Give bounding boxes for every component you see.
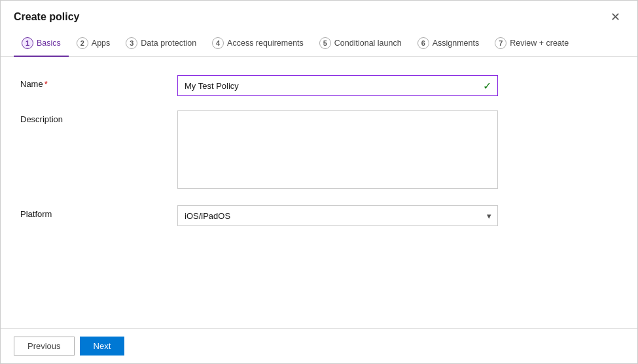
tab-label-conditional-launch: Conditional launch — [334, 39, 402, 48]
tabs-bar: 1 Basics 2 Apps 3 Data protection 4 Acce… — [1, 31, 637, 57]
tab-label-data-protection: Data protection — [141, 39, 196, 48]
tab-num-3: 3 — [126, 37, 137, 49]
tab-review-create[interactable]: 7 Review + create — [487, 31, 576, 57]
tab-basics[interactable]: 1 Basics — [14, 31, 69, 57]
name-required-star: * — [44, 79, 48, 89]
next-button[interactable]: Next — [80, 337, 125, 356]
name-row: Name* ✓ — [20, 75, 618, 96]
platform-label: Platform — [20, 205, 177, 219]
description-label: Description — [20, 110, 177, 124]
tab-num-7: 7 — [495, 37, 506, 49]
platform-select[interactable]: iOS/iPadOS Android Windows — [177, 205, 498, 226]
tab-label-basics: Basics — [37, 39, 61, 48]
platform-row: Platform iOS/iPadOS Android Windows ▾ — [20, 205, 618, 226]
dialog-body: Name* ✓ Description Platform — [1, 57, 637, 328]
description-row: Description — [20, 110, 618, 191]
platform-select-container: iOS/iPadOS Android Windows ▾ — [177, 205, 498, 226]
name-label: Name* — [20, 75, 177, 89]
dialog-footer: Previous Next — [1, 328, 637, 363]
tab-conditional-launch[interactable]: 5 Conditional launch — [311, 31, 410, 57]
tab-label-review-create: Review + create — [510, 39, 569, 48]
close-button[interactable]: ✕ — [607, 10, 624, 24]
name-input-container: ✓ — [177, 75, 498, 96]
tab-num-2: 2 — [77, 37, 88, 49]
dialog-header: Create policy ✕ — [1, 1, 637, 31]
tab-num-6: 6 — [417, 37, 429, 49]
tab-label-access-requirements: Access requirements — [227, 39, 304, 48]
tab-access-requirements[interactable]: 4 Access requirements — [204, 31, 311, 57]
name-input-wrap: ✓ — [177, 75, 498, 96]
tab-assignments[interactable]: 6 Assignments — [410, 31, 487, 57]
tab-label-apps: Apps — [92, 39, 111, 48]
tab-label-assignments: Assignments — [433, 39, 480, 48]
previous-button[interactable]: Previous — [14, 337, 75, 356]
name-input[interactable] — [177, 75, 498, 96]
tab-data-protection[interactable]: 3 Data protection — [118, 31, 204, 57]
description-input-wrap — [177, 110, 498, 191]
tab-num-1: 1 — [22, 37, 33, 49]
description-textarea[interactable] — [177, 110, 498, 189]
platform-select-wrap: iOS/iPadOS Android Windows ▾ — [177, 205, 498, 226]
dialog-title: Create policy — [14, 11, 79, 23]
tab-num-4: 4 — [212, 37, 224, 49]
tab-num-5: 5 — [319, 37, 331, 49]
create-policy-dialog: Create policy ✕ 1 Basics 2 Apps 3 Data p… — [0, 0, 638, 364]
tab-apps[interactable]: 2 Apps — [69, 31, 118, 57]
